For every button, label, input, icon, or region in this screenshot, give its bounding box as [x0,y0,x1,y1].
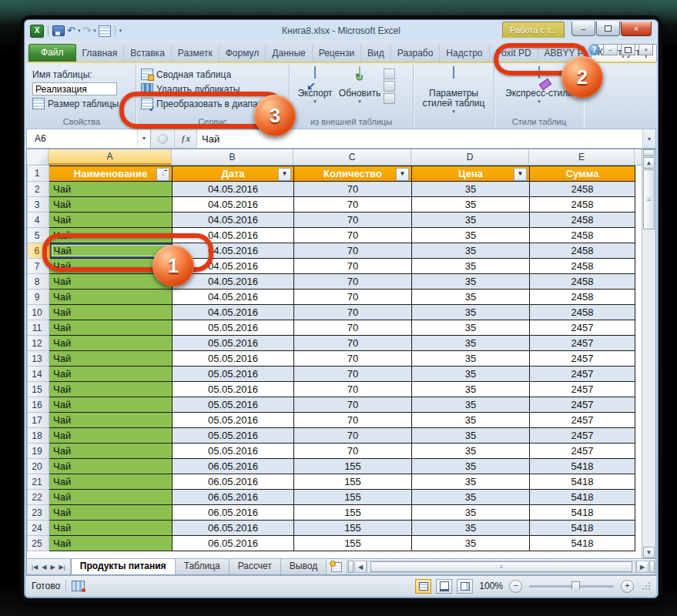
cell-price[interactable]: 35 [412,521,530,536]
zoom-slider[interactable] [529,585,614,588]
cell-name[interactable]: Чай [49,413,173,428]
cell-qty[interactable]: 70 [294,305,412,320]
cell-sum[interactable]: 5418 [530,459,635,474]
cell-name[interactable]: Чай [49,428,173,444]
cell-name[interactable]: Чай [49,290,173,305]
tab-Разметк[interactable]: Разметк [172,45,220,62]
sheet-tab-Таблица[interactable]: Таблица [176,559,230,574]
cell-sum[interactable]: 2457 [530,320,635,336]
cell-qty[interactable]: 155 [294,459,412,474]
row-header[interactable]: 9 [28,290,49,305]
column-header-A[interactable]: A [49,149,172,165]
cell-qty[interactable]: 155 [294,490,412,505]
tab-file[interactable]: Файл [28,44,76,62]
minimize-button[interactable]: – [571,22,595,36]
close-button[interactable]: × [621,22,652,36]
export-button[interactable]: Экспорт ▾ [294,67,336,104]
cell-name[interactable]: Чай [49,336,173,351]
cell-sum[interactable]: 5418 [530,490,635,505]
cell-price[interactable]: 35 [412,351,530,367]
select-all-corner[interactable] [27,149,49,165]
tab-Главная[interactable]: Главная [76,45,125,62]
redo-icon[interactable]: ↷ [82,25,91,36]
cell-price[interactable]: 35 [412,490,530,505]
cell-qty[interactable]: 70 [294,428,412,444]
scroll-left-icon[interactable]: ◀ [354,561,367,573]
cell-price[interactable]: 35 [412,305,530,320]
cell-date[interactable]: 05.05.2016 [173,367,294,382]
row-header[interactable]: 20 [28,459,49,474]
cell-price[interactable]: 35 [412,182,530,197]
save-icon[interactable] [52,25,65,36]
scroll-down-icon[interactable]: ▼ [643,547,655,558]
cell-price[interactable]: 35 [412,459,530,474]
cell-sum[interactable]: 2458 [530,274,635,290]
last-sheet-icon[interactable]: ▶| [58,563,67,571]
cell-sum[interactable]: 2458 [530,228,635,243]
cell-sum[interactable]: 2458 [530,213,635,228]
cell-price[interactable]: 35 [412,243,530,259]
header-cell-5[interactable]: Сумма [530,166,635,182]
cell-date[interactable]: 04.05.2016 [173,305,294,320]
tab-Разрабо[interactable]: Разрабо [391,45,441,62]
cell-name[interactable]: Чай [49,320,173,336]
cell-name[interactable]: Чай [49,505,173,521]
cell-price[interactable]: 35 [412,290,530,305]
refresh-button[interactable]: Обновить ▾ [339,67,380,104]
scroll-up-icon[interactable]: ▲ [643,157,655,169]
tab-Вид[interactable]: Вид [361,45,391,62]
row-header[interactable]: 8 [28,274,49,290]
cell-date[interactable]: 06.05.2016 [173,505,294,521]
vertical-scrollbar[interactable]: ▲ ≡ ▼ [642,149,655,558]
open-in-browser-icon[interactable] [384,81,395,92]
sort-filter-icon[interactable]: ↓ [156,168,169,181]
row-header[interactable]: 19 [28,444,49,459]
cell-sum[interactable]: 2458 [530,197,635,213]
cell-sum[interactable]: 2457 [530,351,635,367]
resize-grip[interactable] [642,581,651,591]
cell-sum[interactable]: 2458 [530,259,635,274]
row-header[interactable]: 3 [28,197,49,213]
cell-sum[interactable]: 2457 [530,428,635,444]
macro-record-icon[interactable] [72,581,85,591]
page-layout-view-button[interactable] [436,579,452,594]
cell-name[interactable]: Чай [49,536,173,551]
cell-date[interactable]: 05.05.2016 [173,382,294,397]
row-header[interactable]: 12 [28,336,49,351]
filter-dropdown-icon[interactable]: ▼ [278,168,291,181]
sheet-tab-Продукты питания[interactable]: Продукты питания [71,559,176,574]
row-header[interactable]: 4 [28,213,49,228]
cell-date[interactable]: 04.05.2016 [173,182,294,197]
cell-date[interactable]: 05.05.2016 [173,428,294,444]
insert-worksheet-tab[interactable] [327,559,347,574]
cell-qty[interactable]: 70 [294,182,412,197]
next-sheet-icon[interactable]: ▶ [49,563,56,571]
zoom-slider-thumb[interactable] [571,581,580,593]
cell-qty[interactable]: 70 [294,382,412,397]
row-header[interactable]: 13 [28,351,49,367]
first-sheet-icon[interactable]: |◀ [30,563,39,571]
scrollbar-resize-handle[interactable] [649,561,655,573]
workbook-close-button[interactable]: × [638,44,653,55]
cell-name[interactable]: Чай [49,305,173,320]
help-icon[interactable]: ? [588,44,600,55]
workbook-restore-button[interactable] [621,44,635,55]
header-cell-2[interactable]: Дата▼ [173,166,294,182]
unlink-icon[interactable] [384,93,395,104]
cell-name[interactable]: Чай [49,444,173,459]
cell-qty[interactable]: 70 [294,397,412,413]
expand-formula-bar-icon[interactable]: ▾ [642,129,655,148]
column-header-E[interactable]: E [529,149,635,165]
cell-name[interactable]: Чай [49,474,173,490]
cell-name[interactable]: Чай [49,351,173,367]
cell-sum[interactable]: 2457 [530,444,635,459]
cell-qty[interactable]: 70 [294,290,412,305]
cell-price[interactable]: 35 [412,397,530,413]
workbook-minimize-button[interactable]: – [603,44,618,55]
tab-Надстро[interactable]: Надстро [440,45,489,62]
cell-date[interactable]: 05.05.2016 [173,444,294,459]
cell-qty[interactable]: 70 [294,367,412,382]
cell-name[interactable]: Чай [49,197,173,213]
tab-scrollbar-split-handle[interactable] [348,561,354,573]
header-cell-4[interactable]: Цена▼ [412,166,530,182]
